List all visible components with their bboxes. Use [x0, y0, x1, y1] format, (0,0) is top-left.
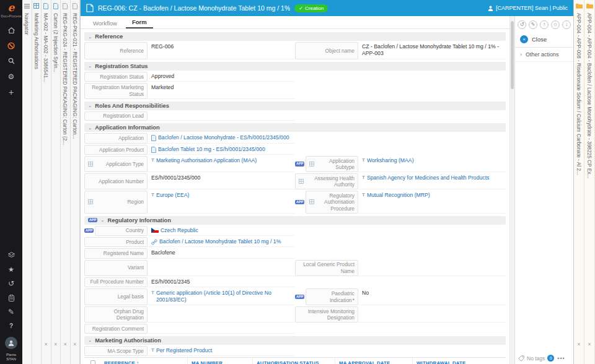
field-variant-value[interactable]: [148, 260, 295, 276]
form-row: Registration Marketing Status Marketed: [84, 83, 506, 99]
tag-count-badge[interactable]: 0: [547, 355, 554, 362]
field-label: Registration Comment: [88, 326, 144, 332]
field-label: Country: [99, 227, 144, 234]
more-options-icon[interactable]: •••: [557, 355, 565, 362]
section-regulatory-information[interactable]: APP ⌄ Regulatory Information: [84, 216, 506, 225]
layers-icon[interactable]: [4, 250, 19, 261]
field-label: Product: [88, 239, 144, 246]
tab-form[interactable]: Form: [126, 16, 153, 28]
close-button[interactable]: × Close: [515, 33, 573, 48]
user-avatar[interactable]: [5, 337, 17, 349]
tab-marketing-authorisations[interactable]: Marketing Authorisations: [32, 0, 42, 364]
settings-gear-icon[interactable]: ⚙: [4, 71, 19, 82]
field-assessing-health-authority-value[interactable]: T Spanish Agency for Medicines and Healt…: [358, 173, 506, 189]
section-roles-and-responsibilities[interactable]: ⌄ Roles And Responsibilities: [84, 102, 506, 110]
field-application-subtype-value[interactable]: T Worksharing (MAA): [358, 156, 506, 172]
tab-app-004[interactable]: APP-004 - APP-004 - Baclofen / Lactose M…: [584, 0, 595, 364]
field-registration-lead-value[interactable]: [148, 111, 295, 121]
tab-reg-pkg-024[interactable]: REG-PKG-024 - REGISTERED PACKAGING: Cart…: [61, 0, 71, 364]
tab-label: Carton (2 Injection Syrin...: [53, 13, 59, 341]
edit-icon[interactable]: ✎: [529, 20, 537, 29]
search-icon[interactable]: [4, 56, 19, 66]
close-icon[interactable]: ×: [64, 341, 67, 347]
section-title: Registration Status: [95, 63, 148, 69]
registration-module-icon[interactable]: [4, 40, 19, 51]
field-application-number-value[interactable]: ES/h/0001/2345/000: [148, 173, 295, 189]
field-assessing-health-authority: Assessing Health Authority T Spanish Age…: [295, 173, 506, 189]
field-registration-status-value[interactable]: Approved: [148, 72, 295, 82]
field-orphan-drug-designation: Orphan Drug Designation: [84, 306, 295, 323]
tag-icon[interactable]: [518, 355, 524, 362]
upload-icon[interactable]: ↑: [540, 20, 549, 29]
tab-reg-pkg-021[interactable]: REG-PKG-021 - REGISTERED PACKAGING: Cart…: [71, 0, 81, 364]
column-header-withdrawal-date[interactable]: WITHDRAWAL DATE: [412, 358, 503, 364]
field-orphan-drug-designation-value[interactable]: [148, 306, 295, 323]
tab-carton-injection[interactable]: Carton (2 Injection Syrin... ×: [51, 0, 61, 364]
field-regulatory-authorisation-procedure-value[interactable]: T Mutual Recognition (MRP): [358, 191, 506, 214]
taxonomy-grid-icon: [88, 199, 93, 204]
favorites-star-icon[interactable]: ★: [4, 264, 19, 275]
column-header-authorisation-status[interactable]: AUTHORISATION STATUS: [252, 358, 335, 364]
document-icon: [43, 2, 48, 10]
menu-icon: [24, 2, 30, 10]
sort-ascending-icon: ↑: [136, 360, 139, 364]
field-intensive-monitoring-designation-value[interactable]: [358, 306, 506, 323]
tasks-clipboard-icon[interactable]: [4, 293, 19, 303]
column-header-ma-approval-date[interactable]: MA APPROVAL DATE: [335, 358, 412, 364]
field-application-type-value[interactable]: T Marketing Authorisation Application (M…: [148, 156, 295, 172]
chevron-down-icon: ⌄: [88, 125, 92, 131]
field-application-value[interactable]: Baclofen / Lactose Monohydrate - ES/h/00…: [148, 133, 295, 143]
term-icon: T: [151, 347, 154, 353]
close-icon[interactable]: ×: [45, 341, 48, 347]
column-header-ma-number[interactable]: MA NUMBER: [187, 358, 252, 364]
close-icon[interactable]: ×: [54, 341, 57, 347]
form-scroll-region: ⌄ Reference Reference REG-006 Object nam…: [81, 29, 509, 364]
field-legal-basis-value[interactable]: T Generic application (Article 10(1) of …: [148, 288, 295, 306]
refresh-icon[interactable]: ↺: [518, 20, 526, 29]
field-object-name-value[interactable]: CZ - Baclofen / Lactose Monohydrate Tabl…: [358, 42, 506, 59]
brand-logo[interactable]: e: [8, 1, 15, 14]
section-reference[interactable]: ⌄ Reference: [84, 32, 506, 41]
section-marketing-authorisation[interactable]: ⌄ Marketing Authorisation: [84, 336, 506, 345]
section-registration-status[interactable]: ⌄ Registration Status: [84, 62, 506, 71]
tab-workflow[interactable]: Workflow: [87, 17, 123, 28]
field-registration-marketing-status-value[interactable]: Marketed: [148, 83, 295, 99]
column-header-reference[interactable]: REFERENCE ↑: [100, 358, 187, 364]
field-country-value[interactable]: Czech Republic: [148, 226, 295, 236]
history-icon[interactable]: ↺: [4, 279, 19, 289]
field-variant: Variant: [84, 260, 295, 276]
field-application-product-value[interactable]: Baclofen Tablet 10 mg - ES/h/0001/2345/0…: [148, 145, 295, 155]
left-tab-strip: Navigator Marketing Authorisations MA-00…: [22, 0, 81, 364]
tab-navigator[interactable]: Navigator: [22, 0, 32, 364]
field-paediatric-indication-value[interactable]: No: [358, 288, 506, 306]
select-all-checkbox[interactable]: [90, 360, 95, 364]
other-actions-button[interactable]: › Other actions: [515, 48, 573, 62]
field-application: Application Baclofen / Lactose Monohydra…: [84, 133, 295, 143]
inherited-app-badge: APP: [295, 162, 304, 167]
field-registration-comment-value[interactable]: [148, 324, 295, 334]
home-icon[interactable]: [4, 25, 19, 35]
field-region-value[interactable]: T Europe (EEA): [148, 191, 295, 214]
add-plus-icon[interactable]: +: [4, 87, 19, 97]
field-product-value[interactable]: Baclofen / Lactose Monohydrate Tablet 10…: [148, 237, 295, 247]
term-icon: T: [151, 157, 154, 163]
field-reference-value[interactable]: REG-006: [148, 42, 295, 59]
section-application-information[interactable]: ⌄ Application Information: [84, 123, 506, 132]
field-registered-name-value[interactable]: Baclofene: [148, 248, 295, 258]
star-icon[interactable]: ☆: [551, 20, 560, 29]
close-icon[interactable]: ×: [588, 341, 591, 347]
tab-app-008[interactable]: APP-004 - APP-008 - Risedronate Sodium /…: [574, 0, 584, 364]
tab-ma-002[interactable]: MA-002 - MA-002 - 3386541... ×: [42, 0, 51, 364]
field-ma-scope-type-value[interactable]: T Per Registered Product: [148, 346, 295, 356]
download-icon[interactable]: ↓: [562, 20, 571, 29]
field-full-procedure-number-value[interactable]: ES/h/0001/2345: [148, 277, 295, 287]
form-scrollbar[interactable]: [509, 16, 514, 364]
field-local-generic-product-name-value[interactable]: [358, 260, 506, 276]
close-icon[interactable]: ×: [578, 341, 581, 347]
scrollbar-thumb[interactable]: [511, 21, 514, 89]
current-user[interactable]: [CARPENTER] Sean | Public: [488, 5, 568, 11]
edit-pencil-icon[interactable]: ✎: [4, 307, 19, 318]
field-label: Registration Lead: [88, 113, 144, 119]
help-icon[interactable]: ?: [4, 321, 19, 332]
close-icon[interactable]: ×: [73, 341, 76, 347]
